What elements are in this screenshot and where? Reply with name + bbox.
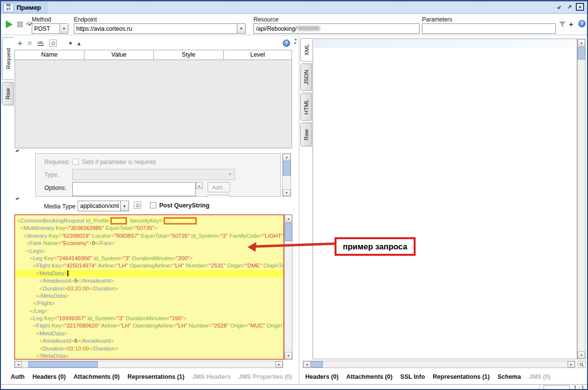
xml-line[interactable]: <Legs> bbox=[15, 247, 283, 255]
options-spinner-up-icon[interactable]: ▴ bbox=[196, 182, 203, 189]
post-querystring-checkbox[interactable] bbox=[150, 202, 156, 208]
xml-line[interactable]: </Leg> bbox=[15, 308, 283, 315]
move-param-up-icon[interactable]: ▴ bbox=[78, 40, 81, 46]
scroll-down-icon[interactable]: ▼ bbox=[283, 189, 291, 196]
bottom-tab[interactable]: Headers (0) bbox=[32, 373, 65, 380]
scroll-down-icon[interactable]: ▼ bbox=[578, 351, 585, 359]
xml-line[interactable]: <Flight Key="3217680620" Airline="LH" Op… bbox=[15, 322, 283, 329]
bottom-tab[interactable]: Attachments (0) bbox=[346, 373, 392, 380]
response-editor[interactable] bbox=[313, 39, 577, 359]
xml-line[interactable]: <Flight Key="425014974" Airline="LH" Ope… bbox=[15, 262, 283, 269]
side-tab[interactable]: Raw bbox=[300, 123, 312, 146]
title-bar[interactable]: RE ST Пример bbox=[1, 1, 587, 14]
bottom-tab[interactable]: SSL Info bbox=[400, 373, 425, 380]
splitter-handle-icon[interactable]: ▴▾ bbox=[16, 196, 19, 201]
xml-line[interactable]: <Leg Key="2464145956" id_System="3" Dura… bbox=[15, 255, 283, 262]
xml-line[interactable]: <Multitinerary Key="3038362885" EquivTot… bbox=[15, 225, 283, 232]
options-delete-button-partial[interactable] bbox=[208, 195, 230, 197]
media-type-select[interactable]: application/xml ▼ bbox=[78, 201, 129, 211]
xml-line[interactable]: <MetaData> bbox=[15, 270, 283, 277]
xml-line[interactable]: <Duration>03:10:00</Duration> bbox=[15, 345, 283, 352]
collapse-right-icon[interactable]: ► bbox=[294, 41, 297, 45]
side-tab[interactable]: Raw bbox=[2, 82, 14, 105]
help-icon[interactable]: ? bbox=[578, 20, 586, 27]
xml-line[interactable]: <AmadeusId>5</AmadeusId> bbox=[15, 277, 283, 285]
cancel-request-button[interactable] bbox=[17, 21, 23, 27]
bottom-tab[interactable]: Representations (1) bbox=[127, 373, 185, 380]
bottom-tab[interactable]: JMS Headers bbox=[192, 373, 231, 380]
xml-line[interactable]: <Leg Key="19999357" id_System="3" Durati… bbox=[15, 315, 283, 322]
details-scrollbar[interactable]: ▲ ▼ bbox=[282, 153, 291, 197]
xml-line[interactable]: </MetaData> bbox=[15, 352, 283, 360]
splitter-collapse-control[interactable]: ◄ ► bbox=[294, 38, 297, 45]
scrollbar-thumb[interactable] bbox=[28, 361, 98, 368]
options-add-button[interactable]: Add.. bbox=[208, 182, 230, 192]
endpoint-dropdown-icon[interactable]: ▼ bbox=[237, 24, 245, 33]
xml-line[interactable]: <Itinerary Key="62398019" Locator="R9D8S… bbox=[15, 232, 283, 240]
scroll-up-icon[interactable]: ▲ bbox=[283, 154, 291, 161]
xml-line[interactable]: <Duration>03:20:00</Duration> bbox=[15, 285, 283, 292]
scroll-up-icon[interactable]: ▲ bbox=[285, 215, 292, 222]
bottom-tab[interactable]: Representations (1) bbox=[433, 373, 490, 380]
xml-body[interactable]: <CommonBookingRequest id_Profile Securit… bbox=[14, 214, 284, 360]
bottom-tab[interactable]: Attachments (0) bbox=[74, 373, 120, 380]
xml-horizontal-scrollbar[interactable]: ◄ ► bbox=[14, 361, 283, 368]
resource-input[interactable]: /api/Rebooking/ bbox=[253, 23, 420, 34]
params-help-icon[interactable]: ? bbox=[283, 40, 290, 47]
options-listbox[interactable] bbox=[72, 182, 196, 196]
add-parameter-icon[interactable]: + bbox=[569, 21, 573, 28]
add-param-icon[interactable]: + bbox=[18, 40, 22, 47]
bottom-tab[interactable]: Headers (0) bbox=[305, 373, 338, 380]
column-header[interactable]: Name bbox=[14, 50, 84, 60]
method-dropdown-icon[interactable]: ▼ bbox=[60, 24, 68, 33]
side-tab[interactable]: Request bbox=[2, 37, 14, 80]
submit-request-button[interactable] bbox=[6, 21, 13, 28]
side-tab[interactable]: HTML bbox=[300, 93, 312, 121]
column-header[interactable]: Level bbox=[223, 50, 292, 60]
xml-line[interactable]: </Flight> bbox=[15, 300, 283, 307]
xml-line[interactable]: </MetaData> bbox=[15, 292, 283, 300]
xml-line[interactable]: <MetaData> bbox=[15, 330, 283, 337]
xml-line[interactable]: <CommonBookingRequest id_Profile Securit… bbox=[15, 217, 283, 225]
bottom-tab[interactable]: JMS Properties (0) bbox=[238, 373, 292, 380]
scroll-right-icon[interactable]: ► bbox=[275, 361, 283, 368]
parameters-input[interactable] bbox=[422, 23, 556, 34]
params-table-body[interactable] bbox=[15, 60, 292, 148]
delete-param-icon[interactable]: × bbox=[27, 40, 32, 47]
splitter-handle-icon[interactable]: ▴▾ bbox=[16, 148, 19, 153]
xml-vertical-scrollbar[interactable]: ▲ ▼ bbox=[284, 214, 293, 360]
scroll-down-icon[interactable]: ▼ bbox=[285, 352, 292, 359]
side-tab[interactable]: JSON bbox=[300, 63, 312, 91]
scrollbar-thumb[interactable] bbox=[311, 361, 323, 368]
side-tab[interactable]: XML bbox=[300, 38, 313, 62]
scroll-right-icon[interactable]: ► bbox=[567, 361, 575, 368]
scrollbar-thumb[interactable] bbox=[578, 47, 585, 60]
required-checkbox[interactable] bbox=[72, 159, 79, 165]
xml-line[interactable]: <Fare Name="Economy">0</Fare> bbox=[15, 240, 283, 247]
method-select[interactable]: POST ▼ bbox=[32, 23, 68, 34]
recreate-default-content-icon[interactable] bbox=[134, 202, 141, 209]
bottom-tab[interactable]: Schema bbox=[498, 373, 521, 380]
media-type-dropdown-icon[interactable]: ▼ bbox=[120, 201, 128, 211]
scroll-left-icon[interactable]: ◄ bbox=[303, 361, 311, 368]
response-horizontal-scrollbar[interactable]: ◄ ► bbox=[303, 361, 575, 368]
close-window-icon[interactable]: × bbox=[576, 3, 584, 11]
response-vertical-scrollbar[interactable]: ▲ ▼ bbox=[577, 39, 586, 359]
column-header[interactable]: Value bbox=[84, 50, 154, 60]
update-from-url-icon[interactable]: URL bbox=[38, 41, 44, 46]
scroll-up-icon[interactable]: ▲ bbox=[578, 39, 585, 46]
maximize-window-icon[interactable]: ↗ bbox=[566, 3, 573, 11]
bottom-tab[interactable]: Auth bbox=[11, 373, 24, 380]
type-select[interactable]: ▼ bbox=[72, 169, 235, 180]
endpoint-combobox[interactable]: https://avia.corteos.ru ▼ bbox=[74, 23, 246, 34]
column-header[interactable]: Style bbox=[153, 50, 224, 60]
bottom-tab[interactable]: JMS (0) bbox=[529, 373, 550, 380]
filter-icon[interactable] bbox=[559, 21, 566, 27]
revert-params-icon[interactable] bbox=[49, 40, 57, 47]
xml-line[interactable]: <AmadeusId>6</AmadeusId> bbox=[15, 337, 283, 345]
collapse-left-icon[interactable]: ◄ bbox=[294, 38, 297, 41]
panel-divider[interactable] bbox=[299, 36, 299, 384]
scroll-left-icon[interactable]: ◄ bbox=[15, 361, 22, 368]
resize-editor-icon[interactable] bbox=[578, 361, 586, 368]
restore-window-icon[interactable]: ↙ bbox=[555, 3, 563, 11]
